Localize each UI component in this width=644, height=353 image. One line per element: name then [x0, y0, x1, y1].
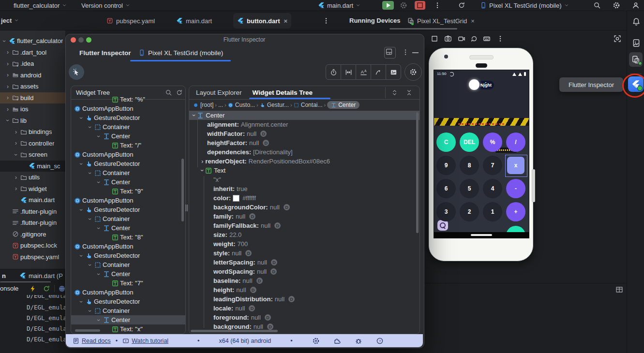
tree-row[interactable]: ›Container [71, 306, 185, 315]
slow-animations-button[interactable] [371, 65, 386, 79]
tree-row[interactable]: ›.idea [0, 58, 65, 70]
reload-icon[interactable] [458, 1, 465, 9]
chevron-icon[interactable]: › [201, 158, 203, 165]
detail-property-row[interactable]: locale:nullD [189, 304, 419, 313]
detail-property-row[interactable]: ›renderObject:RenderPositionedBox#08ec6 [189, 157, 419, 166]
tree-row[interactable]: pubspec.yaml [0, 251, 65, 263]
tree-row[interactable]: pubspec.lock [0, 240, 65, 251]
detail-property-row[interactable]: height:nullD [189, 285, 419, 294]
chevron-icon[interactable]: › [5, 72, 11, 78]
tree-row[interactable]: ›Center [71, 315, 185, 324]
key-DEL[interactable]: DEL [460, 132, 479, 152]
tree-row[interactable]: .gitignore [0, 229, 65, 240]
layout-mode-icon[interactable] [384, 47, 396, 59]
detail-property-row[interactable]: "x" [189, 175, 419, 184]
rotate-device-icon[interactable] [470, 35, 478, 43]
project-widget-menu[interactable]: flutter_calculator [14, 0, 67, 11]
chevron-icon[interactable]: › [13, 140, 19, 146]
collapse-all-icon[interactable] [405, 89, 413, 96]
key-/[interactable]: / [506, 132, 525, 152]
tree-row[interactable]: ›utils [0, 172, 65, 183]
chevron-icon[interactable]: › [13, 129, 19, 135]
tab-main-dart[interactable]: main.dart [172, 13, 216, 29]
tree-row[interactable]: ›Center [71, 269, 185, 279]
tree-row[interactable]: .flutter-plugin [0, 206, 65, 218]
tree-row[interactable]: ›controller [0, 138, 65, 149]
text-baseline-button[interactable]: AA [356, 65, 371, 79]
hide-window-icon[interactable] [412, 52, 419, 53]
tree-row[interactable]: ›.dart_tool [0, 47, 65, 59]
tree-row[interactable]: main.dart [0, 194, 65, 206]
tree-row[interactable]: Text: "/" [71, 141, 185, 150]
tree-row[interactable]: Text: "8" [71, 233, 185, 242]
home-indicator[interactable] [471, 234, 492, 236]
tab-layout-explorer[interactable]: Layout Explorer [196, 89, 242, 96]
chevron-icon[interactable]: › [13, 186, 19, 191]
chevron-icon[interactable]: › [1, 38, 7, 44]
run-tab-main-dart[interactable]: main.dart (P [19, 270, 63, 281]
key-1[interactable]: 1 [483, 202, 502, 221]
chevron-icon[interactable]: › [199, 169, 206, 171]
tree-row[interactable]: ›Container [71, 168, 185, 177]
tree-row[interactable]: Text: "%" [71, 95, 185, 104]
window-options-icon[interactable] [402, 48, 409, 56]
tree-row[interactable]: ›Center [71, 132, 185, 141]
tree-row[interactable]: ›build [0, 92, 65, 104]
extensions-icon[interactable] [333, 337, 341, 345]
detail-property-row[interactable]: dependencies:[Directionality] [189, 147, 419, 157]
select-widget-mode-button[interactable] [69, 64, 84, 80]
detail-property-row[interactable]: alignment:Alignment.center [189, 120, 419, 129]
tree-row[interactable]: ›GestureDetector [71, 205, 185, 214]
chevron-icon[interactable]: › [96, 179, 102, 185]
tree-row[interactable]: CustomAppButton [71, 196, 185, 205]
tab-device[interactable]: Pixel XL TestGrid (mobile) [148, 49, 223, 57]
avatar-icon[interactable] [632, 1, 640, 9]
chevron-icon[interactable]: › [5, 106, 11, 112]
detail-property-row[interactable]: family:nullD [189, 212, 419, 221]
tree-row[interactable]: CustomAppButton [71, 104, 185, 113]
tree-row[interactable]: Text: "9" [71, 187, 185, 196]
hardware-input-icon[interactable] [483, 35, 491, 43]
tab-scroll-indicator[interactable] [389, 28, 457, 29]
h-scrollbar[interactable] [191, 330, 278, 332]
key-5[interactable]: 5 [460, 179, 479, 198]
tree-row[interactable]: CustomAppButton [71, 150, 185, 159]
chevron-icon[interactable]: › [96, 317, 102, 323]
settings-gear-icon[interactable] [312, 337, 320, 345]
tab-pubspec-yaml[interactable]: pubspec.yaml [103, 13, 159, 29]
breadcrumb-item[interactable]: Gestur... [260, 102, 289, 108]
key-7[interactable]: 7 [483, 156, 502, 175]
tree-row[interactable]: ›widget [0, 183, 65, 195]
tab-options-icon[interactable] [322, 17, 330, 25]
key-9[interactable]: 9 [436, 156, 456, 175]
detail-node-row[interactable]: ›Center [189, 111, 419, 120]
chevron-icon[interactable]: › [191, 114, 198, 116]
panel-splitter[interactable] [187, 205, 188, 211]
chevron-icon[interactable]: › [87, 308, 93, 314]
layout-grid-icon[interactable] [615, 286, 623, 294]
dart-devtools-icon[interactable] [58, 285, 66, 293]
detail-property-row[interactable]: size:22.0 [189, 230, 419, 239]
key-+[interactable]: + [506, 202, 525, 221]
chevron-icon[interactable]: › [96, 271, 102, 277]
detail-property-row[interactable]: color:#ffffff [189, 193, 419, 203]
settings-gear-icon[interactable] [613, 1, 620, 9]
version-control-menu[interactable]: Version control [81, 0, 130, 11]
chevron-icon[interactable]: › [5, 118, 11, 123]
tree-row[interactable]: .flutter-plugin [0, 217, 65, 229]
notifications-bell-icon[interactable] [632, 17, 641, 26]
detail-property-row[interactable]: foreground:nullD [189, 313, 419, 322]
chevron-icon[interactable]: › [78, 115, 84, 121]
hot-reload-bolt-icon[interactable] [29, 285, 37, 293]
stop-button[interactable] [415, 1, 425, 10]
running-devices-tool-button[interactable] [629, 52, 643, 67]
chevron-icon[interactable]: › [96, 133, 102, 139]
device-more-icon[interactable] [496, 35, 504, 43]
tree-row[interactable]: ›lib [0, 115, 65, 127]
chevron-icon[interactable]: › [87, 216, 93, 222]
tab-flutter-inspector[interactable]: Flutter Inspector [79, 49, 131, 57]
chevron-icon[interactable]: › [5, 95, 11, 101]
key-2[interactable]: 2 [460, 202, 479, 221]
tree-row[interactable]: ›Container [71, 260, 185, 269]
chevron-icon[interactable]: › [78, 253, 84, 259]
